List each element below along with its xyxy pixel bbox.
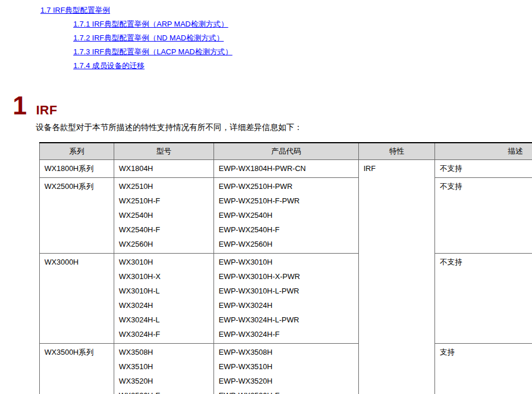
code-line: EWP-WX2540H xyxy=(219,208,358,222)
toc-link-3[interactable]: 1.7.3 IRF典型配置举例（LACP MAD检测方式） xyxy=(73,47,233,56)
code-line: EWP-WX3520H xyxy=(219,374,358,388)
code-line: EWP-WX1804H-PWR-CN xyxy=(219,161,358,176)
toc-line: 1.7.1 IRF典型配置举例（ARP MAD检测方式） xyxy=(73,17,532,31)
model-line: WX3024H-L xyxy=(119,313,213,327)
code-line: EWP-WX3024H-F xyxy=(219,327,358,341)
column-header-feature: 特性 xyxy=(359,143,435,160)
table-row: WX3000HWX3010HWX3010H-XWX3010H-LWX3024HW… xyxy=(40,254,532,344)
model-line: WX3510H xyxy=(119,359,213,374)
column-header-product-code: 产品代码 xyxy=(214,143,359,160)
intro-text: 设备各款型对于本节所描述的特性支持情况有所不同，详细差异信息如下： xyxy=(36,122,532,132)
support-label: 不支持 xyxy=(440,255,532,269)
model-line: WX3520H xyxy=(119,374,213,388)
feature-support-table: 系列 型号 产品代码 特性 描述 WX1800H系列WX1804HEWP-WX1… xyxy=(39,142,532,394)
codes-cell: EWP-WX2510H-PWREWP-WX2510H-F-PWREWP-WX25… xyxy=(214,178,359,254)
toc-line: 1.7.3 IRF典型配置举例（LACP MAD检测方式） xyxy=(73,45,532,59)
series-label: WX3000H xyxy=(44,255,114,269)
code-line: EWP-WX3010H-L-PWR xyxy=(219,284,358,298)
series-cell: WX3500H系列 xyxy=(40,344,114,394)
model-line: WX2510H xyxy=(119,179,213,194)
series-label: WX1800H系列 xyxy=(44,161,114,176)
column-header-description: 描述 xyxy=(435,143,532,160)
code-line: EWP-WX2510H-PWR xyxy=(219,179,358,194)
code-line: EWP-WX3024H xyxy=(219,298,358,313)
column-header-series: 系列 xyxy=(40,143,114,160)
toc-line: 1.7.2 IRF典型配置举例（ND MAD检测方式） xyxy=(73,31,532,45)
feature-label: IRF xyxy=(364,161,434,176)
table-row: WX1800H系列WX1804HEWP-WX1804H-PWR-CNIRF不支持 xyxy=(40,160,532,178)
support-cell: 不支持 xyxy=(435,254,532,344)
toc-link-4[interactable]: 1.7.4 成员设备的迁移 xyxy=(73,61,145,70)
support-cell: 不支持 xyxy=(435,160,532,178)
series-cell: WX3000H xyxy=(40,254,114,344)
models-cell: WX1804H xyxy=(114,160,214,178)
model-line: WX2560H xyxy=(119,237,213,251)
model-line: WX2540H-F xyxy=(119,222,213,237)
toc-link-0[interactable]: 1.7 IRF典型配置举例 xyxy=(40,6,110,14)
table-of-contents: 1.7 IRF典型配置举例1.7.1 IRF典型配置举例（ARP MAD检测方式… xyxy=(0,0,532,73)
code-line: EWP-WX2540H-F xyxy=(219,222,358,237)
toc-line: 1.7 IRF典型配置举例 xyxy=(40,3,532,17)
code-line: EWP-WX3508H xyxy=(219,345,358,359)
model-line: WX3010H-X xyxy=(119,269,213,284)
toc-link-2[interactable]: 1.7.2 IRF典型配置举例（ND MAD检测方式） xyxy=(73,34,224,42)
models-cell: WX3508HWX3510HWX3520HWX3520H-F xyxy=(114,344,214,394)
models-cell: WX2510HWX2510H-FWX2540HWX2540H-FWX2560H xyxy=(114,178,214,254)
table-row: WX2500H系列WX2510HWX2510H-FWX2540HWX2540H-… xyxy=(40,178,532,254)
chapter-title: IRF xyxy=(36,103,57,118)
codes-cell: EWP-WX1804H-PWR-CN xyxy=(214,160,359,178)
support-label: 不支持 xyxy=(440,161,532,176)
code-line: EWP-WX3520H-F xyxy=(219,388,358,394)
model-line: WX3010H xyxy=(119,255,213,269)
codes-cell: EWP-WX3508HEWP-WX3510HEWP-WX3520HEWP-WX3… xyxy=(214,344,359,394)
model-line: WX3508H xyxy=(119,345,213,359)
support-label: 不支持 xyxy=(440,179,532,194)
series-cell: WX2500H系列 xyxy=(40,178,114,254)
series-cell: WX1800H系列 xyxy=(40,160,114,178)
code-line: EWP-WX3510H xyxy=(219,359,358,374)
chapter-heading: 1 IRF xyxy=(13,92,532,119)
toc-link-1[interactable]: 1.7.1 IRF典型配置举例（ARP MAD检测方式） xyxy=(73,20,228,28)
series-label: WX2500H系列 xyxy=(44,179,114,194)
code-line: EWP-WX2510H-F-PWR xyxy=(219,194,358,208)
table-header-row: 系列 型号 产品代码 特性 描述 xyxy=(40,143,532,160)
model-line: WX3010H-L xyxy=(119,284,213,298)
model-line: WX3024H xyxy=(119,298,213,313)
table-row: WX3500H系列WX3508HWX3510HWX3520HWX3520H-FE… xyxy=(40,344,532,394)
models-cell: WX3010HWX3010H-XWX3010H-LWX3024HWX3024H-… xyxy=(114,254,214,344)
toc-line: 1.7.4 成员设备的迁移 xyxy=(73,59,532,73)
chapter-number: 1 xyxy=(13,92,27,119)
code-line: EWP-WX3024H-L-PWR xyxy=(219,313,358,327)
model-line: WX3024H-F xyxy=(119,327,213,341)
codes-cell: EWP-WX3010HEWP-WX3010H-X-PWREWP-WX3010H-… xyxy=(214,254,359,344)
column-header-model: 型号 xyxy=(114,143,214,160)
support-cell: 支持 xyxy=(435,344,532,394)
model-line: WX2540H xyxy=(119,208,213,222)
code-line: EWP-WX3010H xyxy=(219,255,358,269)
document-page: 1.7 IRF典型配置举例1.7.1 IRF典型配置举例（ARP MAD检测方式… xyxy=(0,0,532,394)
model-line: WX3520H-F xyxy=(119,388,213,394)
support-label: 支持 xyxy=(440,345,532,359)
feature-cell: IRF xyxy=(359,160,435,394)
model-line: WX2510H-F xyxy=(119,194,213,208)
series-label: WX3500H系列 xyxy=(44,345,114,359)
model-line: WX1804H xyxy=(119,161,213,176)
support-cell: 不支持 xyxy=(435,178,532,254)
code-line: EWP-WX2560H xyxy=(219,237,358,251)
code-line: EWP-WX3010H-X-PWR xyxy=(219,269,358,284)
